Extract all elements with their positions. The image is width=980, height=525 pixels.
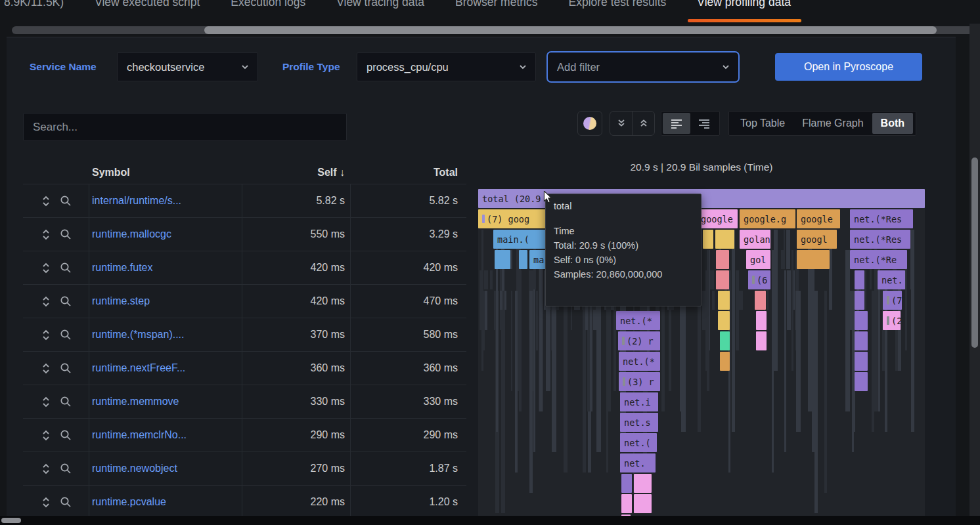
flame-bar[interactable] <box>703 230 713 249</box>
flame-bar[interactable] <box>720 352 730 371</box>
flame-bar[interactable] <box>855 372 868 391</box>
symbol-link[interactable]: internal/runtime/s... <box>89 195 242 207</box>
symbol-link[interactable]: runtime.memclrNo... <box>89 429 242 441</box>
column-header-self[interactable]: Self ↓ <box>242 167 350 178</box>
add-filter-select[interactable]: Add filter <box>546 51 740 83</box>
tab-execution-logs[interactable]: Execution logs <box>231 0 305 24</box>
symbol-link[interactable]: runtime.step <box>89 295 242 307</box>
flame-bar[interactable]: (7 <box>883 291 902 310</box>
tab-8-9k-11-5k-[interactable]: 8.9K/11.5K) <box>4 0 64 24</box>
flame-bar[interactable] <box>855 270 864 289</box>
service-name-select[interactable]: checkoutservice <box>117 52 258 81</box>
row-search-button[interactable] <box>60 463 72 474</box>
column-header-symbol[interactable]: Symbol <box>89 167 242 178</box>
row-expand-button[interactable] <box>40 396 52 408</box>
row-expand-button[interactable] <box>40 463 52 475</box>
flame-bar[interactable] <box>621 474 632 493</box>
align-right-button[interactable] <box>690 113 718 134</box>
tab-explore-test-results[interactable]: Explore test results <box>569 0 667 24</box>
expand-all-button[interactable] <box>632 112 654 135</box>
flame-bar[interactable]: net.i <box>620 392 658 411</box>
symbol-link[interactable]: runtime.memmove <box>89 396 242 408</box>
flame-bar[interactable]: net.(* <box>619 352 660 371</box>
flame-bar[interactable]: net. <box>878 270 905 289</box>
row-expand-button[interactable] <box>40 362 52 375</box>
view-option-both[interactable]: Both <box>872 113 913 134</box>
flame-bar[interactable] <box>715 230 734 249</box>
flame-bar[interactable]: google.g <box>740 209 795 228</box>
column-header-total[interactable]: Total <box>350 167 466 178</box>
flame-bar[interactable] <box>797 250 830 269</box>
flame-bar[interactable] <box>720 331 730 350</box>
flame-bar[interactable]: net.(*Res <box>850 230 910 249</box>
row-search-button[interactable] <box>60 195 72 207</box>
flame-bar[interactable] <box>855 331 868 350</box>
flame-bar[interactable]: net.s <box>620 413 658 432</box>
flame-bar[interactable]: google <box>697 209 738 228</box>
flame-bar[interactable] <box>718 291 730 310</box>
open-in-pyroscope-button[interactable]: Open in Pyroscope <box>775 53 922 81</box>
flame-bar[interactable] <box>756 311 767 330</box>
flame-bar[interactable]: gol <box>746 250 770 269</box>
row-search-button[interactable] <box>60 262 72 274</box>
flame-bar[interactable]: (2 <box>883 311 901 330</box>
row-search-button[interactable] <box>60 362 72 374</box>
row-expand-button[interactable] <box>40 429 52 442</box>
flame-bar[interactable]: google <box>797 209 840 228</box>
align-left-button[interactable] <box>663 113 690 134</box>
flame-bar[interactable]: (6 <box>748 270 770 289</box>
profile-type-select[interactable]: process_cpu/cpu <box>357 52 536 81</box>
flame-bar[interactable]: net.(* <box>616 311 660 330</box>
flame-bar[interactable]: net.( <box>620 433 657 452</box>
row-expand-button[interactable] <box>40 228 52 241</box>
flame-bar[interactable] <box>634 474 652 493</box>
symbol-link[interactable]: runtime.newobject <box>89 463 242 474</box>
flame-bar[interactable]: (3) r <box>619 372 660 391</box>
row-search-button[interactable] <box>60 429 72 441</box>
flame-bar[interactable] <box>495 250 510 269</box>
flame-bar[interactable]: googl <box>797 230 837 249</box>
horizontal-scrollbar-thumb[interactable] <box>204 26 937 34</box>
flame-bar[interactable] <box>716 270 729 289</box>
flame-bar[interactable]: golan <box>740 230 770 249</box>
symbol-link[interactable]: runtime.futex <box>89 262 242 274</box>
flame-bar[interactable] <box>756 331 767 350</box>
tab-browser-metrics[interactable]: Browser metrics <box>455 0 537 24</box>
row-expand-button[interactable] <box>40 329 52 341</box>
flame-bar[interactable] <box>716 250 729 269</box>
row-search-button[interactable] <box>60 329 72 341</box>
tab-view-executed-script[interactable]: View executed script <box>95 0 200 24</box>
flame-bar[interactable] <box>634 494 652 513</box>
color-scheme-button[interactable] <box>577 111 602 136</box>
collapse-all-button[interactable] <box>610 112 632 135</box>
flame-bar[interactable]: net. <box>620 453 656 472</box>
flame-bar[interactable] <box>855 311 868 330</box>
flame-bar[interactable] <box>621 514 631 516</box>
row-expand-button[interactable] <box>40 262 52 274</box>
row-expand-button[interactable] <box>40 195 52 207</box>
flame-bar[interactable] <box>621 494 632 513</box>
search-input[interactable] <box>23 113 347 141</box>
flame-bar[interactable]: net.(*Res <box>850 209 913 228</box>
symbol-link[interactable]: runtime.(*mspan).... <box>89 329 242 341</box>
flame-bar[interactable] <box>519 250 527 269</box>
symbol-link[interactable]: runtime.nextFreeF... <box>89 362 242 374</box>
row-search-button[interactable] <box>60 295 72 307</box>
vertical-scrollbar-track[interactable] <box>969 24 980 516</box>
flame-bar[interactable] <box>855 352 868 371</box>
flame-bar[interactable] <box>718 311 730 330</box>
vertical-scrollbar-thumb[interactable] <box>971 158 978 348</box>
flame-bar[interactable] <box>855 291 864 310</box>
horizontal-scrollbar-track[interactable] <box>12 26 980 34</box>
flame-bar[interactable]: net.(*Re <box>850 250 907 269</box>
row-search-button[interactable] <box>60 228 72 240</box>
symbol-link[interactable]: runtime.mallocgc <box>89 228 242 240</box>
view-option-flame-graph[interactable]: Flame Graph <box>793 113 872 134</box>
view-option-top-table[interactable]: Top Table <box>732 113 793 134</box>
row-search-button[interactable] <box>60 396 72 408</box>
tab-view-tracing-data[interactable]: View tracing data <box>336 0 424 24</box>
flame-bar[interactable]: (2) r <box>618 331 660 350</box>
symbol-link[interactable]: runtime.pcvalue <box>89 496 242 508</box>
row-expand-button[interactable] <box>40 496 52 509</box>
row-search-button[interactable] <box>60 496 72 508</box>
